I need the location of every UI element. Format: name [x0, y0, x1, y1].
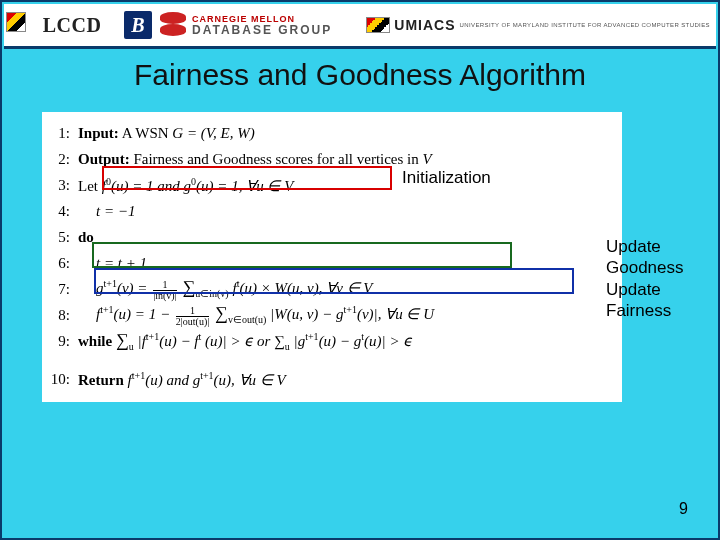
lccd-logo: LCCD — [8, 8, 116, 42]
annotation-initialization: Initialization — [402, 168, 491, 188]
header-bar: LCCD B CARNEGIE MELLON DATABASE GROUP UM… — [4, 4, 716, 49]
slide-title: Fairness and Goodness Algorithm — [2, 58, 718, 92]
cmu-db-logo: CARNEGIE MELLON DATABASE GROUP — [160, 8, 332, 42]
initialization-highlight-box — [102, 166, 392, 190]
algo-line-8: 8: ft+1(u) = 1 − 12|out(u)| ∑v∈out(u) |W… — [44, 302, 620, 328]
maryland-flag-icon — [366, 17, 390, 33]
page-number: 9 — [679, 500, 688, 518]
annotation-update-goodness: Update Goodness — [606, 236, 716, 279]
umiacs-logo: UMIACS UNIVERSITY OF MARYLAND INSTITUTE … — [366, 17, 716, 33]
algo-line-4: 4: t = −1 — [44, 198, 620, 224]
annotation-updates: Update Goodness Update Fairness — [606, 236, 716, 321]
algo-line-1: 1: Input: A WSN G = (V, E, W) — [44, 120, 620, 146]
database-icon — [160, 10, 186, 40]
b-logo: B — [124, 11, 152, 39]
algo-line-9: 9: while ∑u |ft+1(u) − ft (u)| > ϵ or ∑u… — [44, 328, 620, 354]
annotation-update-fairness: Update Fairness — [606, 279, 716, 322]
update-goodness-highlight-box — [92, 242, 512, 268]
update-fairness-highlight-box — [94, 268, 574, 294]
umiacs-text: UMIACS — [394, 17, 455, 33]
umiacs-subtext: UNIVERSITY OF MARYLAND INSTITUTE FOR ADV… — [460, 22, 711, 28]
lccd-text: LCCD — [43, 14, 102, 37]
algo-line-10: 10: Return ft+1(u) and gt+1(u), ∀u ∈ V — [44, 366, 620, 392]
cmu-line2: DATABASE GROUP — [192, 24, 332, 36]
